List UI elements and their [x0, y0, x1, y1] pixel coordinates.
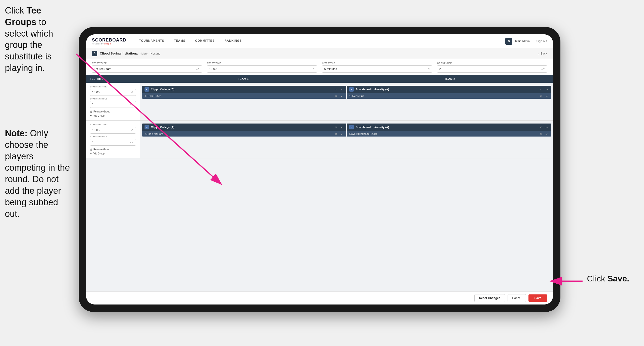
team-remove-x-2-1[interactable]: ✕: [335, 126, 337, 129]
time-icon-1: ⏱: [131, 91, 134, 94]
team-name-1-2: Scoreboard University (A): [356, 88, 538, 91]
player-remove-x-2-2-1[interactable]: ✕: [540, 133, 542, 135]
team-arrows-2-1: ▲▼: [340, 126, 344, 128]
team-panel-2-2: B Scoreboard University (A) ✕ ▲▼ Dave Bi…: [347, 123, 551, 155]
team-card-header-2-1: B Clippd College (A) ✕ ▲▼: [142, 123, 346, 131]
team-panel-1-2: B Scoreboard University (A) ✕ ▲▼ 1. Rees…: [347, 86, 551, 117]
start-type-arrows: ▲▼: [196, 68, 200, 70]
start-type-input[interactable]: 1st Tee Start ▲▼: [92, 65, 202, 73]
logo-scoreboard: SCOREBOARD: [92, 37, 126, 43]
team-arrows-1-1: ▲▼: [340, 89, 344, 90]
group-size-arrows: ▲▼: [541, 68, 545, 70]
add-icon-2: +: [90, 152, 92, 155]
add-group-btn-1[interactable]: + Add Group: [90, 114, 136, 117]
team-name-1-1: Clippd College (A): [151, 88, 333, 91]
player-row-2-1-1: 2. Blair McHarg ✕ ▲▼: [142, 131, 346, 137]
reset-changes-button[interactable]: Reset Changes: [474, 294, 505, 302]
group-size-input[interactable]: 2 ▲▼: [437, 65, 547, 73]
team-card-header-1-2: B Scoreboard University (A) ✕ ▲▼: [347, 86, 551, 93]
remove-icon-1: 🗑: [90, 110, 92, 113]
clock-icon: ⏱: [312, 68, 315, 70]
settings-row: Start Type 1st Tee Start ▲▼ Start Time 1…: [86, 59, 553, 75]
team-remove-x-2-2[interactable]: ✕: [540, 126, 542, 129]
intervals-label: Intervals: [322, 62, 432, 64]
user-name: blair admin: [515, 39, 530, 43]
starting-hole-label-2: STARTING HOLE:: [90, 136, 136, 138]
player-name-2-1-1: 2. Blair McHarg: [144, 132, 333, 135]
time-value-2: 10:05: [92, 128, 131, 132]
group-size-value: 2: [439, 67, 541, 71]
instruction-main: Click Tee Groups to select which group t…: [0, 0, 76, 74]
time-input-1[interactable]: 10:00 ⏱: [90, 89, 136, 96]
player-name-1-1-1: 1. Rich Butler: [144, 94, 333, 97]
bottom-bar: Reset Changes Cancel Save: [86, 292, 553, 305]
group-row-2: STARTING TIME: 10:05 ⏱ STARTING HOLE: 1 …: [86, 121, 553, 158]
start-type-value: 1st Tee Start: [94, 67, 196, 71]
time-icon-2: ⏱: [131, 129, 134, 132]
start-time-value: 10:00: [209, 67, 312, 71]
settings-start-time: Start Time 10:00 ⏱: [207, 62, 317, 73]
remove-group-btn-2[interactable]: 🗑 Remove Group: [90, 148, 136, 151]
remove-group-label-2: Remove Group: [94, 148, 110, 151]
time-input-2[interactable]: 10:05 ⏱: [90, 127, 136, 134]
sub-header: B Clippd Spring Invitational (Men) Hosti…: [86, 48, 553, 59]
grid-header-team2: Team 2: [346, 75, 553, 83]
main-content: STARTING TIME: 10:00 ⏱ STARTING HOLE: 1 …: [86, 83, 553, 292]
player-name-2-2-1: Dave Billingham (SUB): [349, 132, 538, 135]
team-panel-2-1: B Clippd College (A) ✕ ▲▼ 2. Blair McHar…: [142, 123, 346, 155]
sub-header-men: (Men): [140, 52, 148, 55]
sub-header-back[interactable]: ‹ Back: [538, 52, 547, 55]
add-group-btn-2[interactable]: + Add Group: [90, 152, 136, 155]
player-remove-x-1-2-1[interactable]: ✕: [540, 95, 542, 97]
team-name-2-2: Scoreboard University (A): [356, 126, 538, 129]
note-bold: Note:: [5, 128, 30, 138]
instruction-text-pre: Click: [5, 5, 26, 15]
cancel-button[interactable]: Cancel: [508, 294, 526, 302]
remove-group-btn-1[interactable]: 🗑 Remove Group: [90, 110, 136, 113]
player-row-2-2-1: Dave Billingham (SUB) ✕ ▲▼: [347, 131, 551, 137]
tablet-screen: SCOREBOARD Powered by clippd TOURNAMENTS…: [86, 34, 553, 305]
team-badge-1-1: B: [144, 87, 149, 92]
save-button[interactable]: Save: [528, 295, 547, 302]
player-remove-x-1-1-1[interactable]: ✕: [335, 95, 337, 97]
nav-teams[interactable]: TEAMS: [169, 34, 190, 48]
nav-rankings[interactable]: RANKINGS: [220, 34, 246, 48]
team-badge-2-2: B: [349, 125, 354, 129]
logo-powered: Powered by clippd: [92, 43, 126, 45]
player-arrows-2-1-1: ▲▼: [340, 133, 344, 135]
settings-start-type: Start Type 1st Tee Start ▲▼: [92, 62, 202, 73]
hole-arrows-2: ▲▼: [130, 141, 134, 143]
player-name-1-2-1: 1. Rees Britt: [349, 94, 538, 97]
tee-time-col-1: STARTING TIME: 10:00 ⏱ STARTING HOLE: 1 …: [86, 83, 140, 120]
nav-links: TOURNAMENTS TEAMS COMMITTEE RANKINGS: [134, 34, 505, 48]
team-card-header-2-2: B Scoreboard University (A) ✕ ▲▼: [347, 123, 551, 131]
player-remove-x-2-1-1[interactable]: ✕: [335, 133, 337, 135]
nav-committee[interactable]: COMMITTEE: [190, 34, 220, 48]
team-card-header-1-1: B Clippd College (A) ✕ ▲▼: [142, 86, 346, 93]
logo-area: SCOREBOARD Powered by clippd: [92, 37, 126, 45]
nav-tournaments[interactable]: TOURNAMENTS: [134, 34, 169, 48]
click-save-label: Click Save.: [587, 274, 629, 283]
hole-input-1[interactable]: 1 ▲▼: [90, 101, 136, 108]
team-badge-1-2: B: [349, 87, 354, 92]
group-row-1: STARTING TIME: 10:00 ⏱ STARTING HOLE: 1 …: [86, 83, 553, 121]
team-badge-2-1: B: [144, 125, 149, 129]
team-panel-1-1: B Clippd College (A) ✕ ▲▼ 1. Rich Butler…: [142, 86, 346, 117]
remove-group-label-1: Remove Group: [94, 110, 110, 113]
starting-time-label-2: STARTING TIME:: [90, 123, 136, 126]
start-time-input[interactable]: 10:00 ⏱: [207, 65, 317, 73]
intervals-clock-icon: ⏱: [428, 68, 430, 70]
sub-header-badge: B: [92, 51, 97, 56]
team-remove-x-1-1[interactable]: ✕: [335, 88, 337, 91]
hole-input-2[interactable]: 1 ▲▼: [90, 139, 136, 146]
hole-value-1: 1: [92, 103, 130, 106]
powered-by-text: Powered by: [92, 43, 104, 45]
sign-out-link[interactable]: Sign out: [536, 39, 547, 43]
team-arrows-1-2: ▲▼: [545, 89, 549, 90]
team-remove-x-1-2[interactable]: ✕: [540, 88, 542, 91]
nav-right: B blair admin | Sign out: [505, 38, 547, 45]
intervals-input[interactable]: 5 Minutes ⏱: [322, 65, 432, 73]
back-chevron-icon: ‹: [538, 52, 539, 55]
grid-header: Tee Time Team 1 Team 2: [86, 75, 553, 83]
nav-separator: |: [533, 39, 534, 43]
